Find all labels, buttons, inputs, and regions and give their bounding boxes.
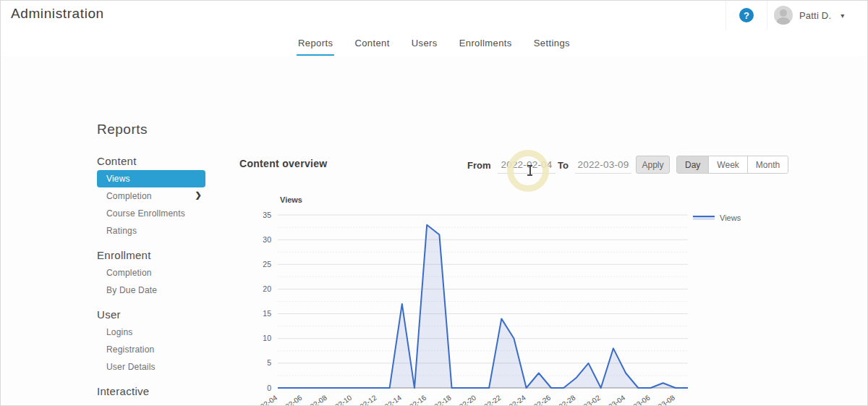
svg-text:02-28: 02-28: [557, 393, 577, 406]
top-bar: Administration ? Patti D. ▾: [1, 1, 867, 30]
administration-page: Administration ? Patti D. ▾ ReportsConte…: [0, 0, 868, 406]
svg-text:25: 25: [263, 260, 271, 268]
apply-button[interactable]: Apply: [636, 156, 670, 174]
page-title: Administration: [11, 6, 104, 22]
sidebar-item-label: Views: [106, 174, 130, 184]
sidebar-item-label: Completion: [106, 268, 152, 278]
legend-label: Views: [720, 213, 741, 222]
main-area: Reports ContentViewsCompletion❯Course En…: [1, 56, 867, 405]
main-nav-tabs: ReportsContentUsersEnrollmentsSettings: [1, 30, 867, 57]
sidebar-section-heading: Content: [97, 155, 205, 167]
sidebar-title: Reports: [97, 122, 205, 138]
sidebar-item-label: User Details: [106, 362, 156, 372]
sidebar-item-label: Course Enrollments: [106, 208, 185, 219]
sidebar-item-label: Logins: [106, 327, 133, 337]
svg-text:02-20: 02-20: [458, 393, 478, 406]
sidebar-section-heading: Enrollment: [97, 249, 205, 261]
content-overview-title: Content overview: [239, 158, 328, 169]
tab-users[interactable]: Users: [410, 30, 439, 56]
svg-text:03-02: 03-02: [582, 393, 603, 406]
svg-text:02-24: 02-24: [508, 393, 528, 406]
avatar-head: [780, 9, 787, 17]
chart-legend: Views: [693, 213, 741, 222]
svg-text:02-16: 02-16: [408, 393, 428, 406]
svg-text:02-08: 02-08: [309, 393, 329, 406]
svg-text:02-18: 02-18: [433, 393, 453, 406]
chevron-right-icon: ❯: [195, 190, 202, 200]
tab-content[interactable]: Content: [353, 30, 391, 56]
sidebar-item-ratings[interactable]: Ratings: [97, 222, 205, 240]
sidebar-section-enrollment: EnrollmentCompletionBy Due Date: [97, 249, 205, 299]
svg-text:03-06: 03-06: [631, 393, 652, 406]
svg-text:20: 20: [263, 284, 271, 293]
svg-text:02-26: 02-26: [532, 393, 553, 406]
user-name: Patti D.: [799, 10, 831, 21]
svg-text:02-06: 02-06: [284, 393, 304, 406]
sidebar-item-completion[interactable]: Completion❯: [97, 187, 205, 205]
sidebar-section-heading: Interactive: [97, 385, 205, 397]
granularity-day[interactable]: Day: [677, 156, 708, 173]
from-label: From: [467, 160, 491, 171]
granularity-week[interactable]: Week: [708, 156, 746, 173]
svg-text:0: 0: [267, 384, 271, 392]
granularity-month[interactable]: Month: [747, 156, 788, 173]
sidebar-item-label: Registration: [106, 344, 154, 355]
to-label: To: [558, 160, 569, 171]
sidebar-item-logins[interactable]: Logins: [97, 323, 205, 341]
avatar: [774, 6, 793, 25]
svg-text:02-22: 02-22: [482, 393, 503, 406]
from-date-input[interactable]: [498, 156, 556, 174]
sidebar-section-interactive: InteractiveModuleUser: [97, 385, 205, 406]
sidebar-section-user: UserLoginsRegistrationUser Details: [97, 308, 205, 376]
svg-text:Views: Views: [280, 195, 302, 204]
granularity-toggle: DayWeekMonth: [676, 156, 788, 174]
tab-reports[interactable]: Reports: [297, 30, 334, 56]
user-menu[interactable]: Patti D. ▾: [766, 1, 868, 30]
svg-text:03-04: 03-04: [607, 393, 627, 406]
svg-text:02-14: 02-14: [383, 393, 404, 406]
sidebar-item-label: Completion: [106, 191, 152, 201]
sidebar-item-module[interactable]: Module: [97, 400, 205, 406]
sidebar-section-content: ContentViewsCompletion❯Course Enrollment…: [97, 155, 205, 240]
help-button[interactable]: ?: [726, 1, 767, 30]
sidebar-item-user-details[interactable]: User Details: [97, 358, 205, 376]
sidebar-item-views[interactable]: Views: [97, 170, 205, 187]
sidebar-item-completion[interactable]: Completion: [97, 264, 205, 282]
svg-text:10: 10: [263, 334, 271, 342]
sidebar-item-by-due-date[interactable]: By Due Date: [97, 282, 205, 299]
sidebar-item-course-enrollments[interactable]: Course Enrollments: [97, 205, 205, 222]
tab-settings[interactable]: Settings: [532, 30, 571, 56]
avatar-shoulders: [777, 17, 790, 25]
chevron-down-icon: ▾: [841, 12, 844, 20]
svg-text:15: 15: [263, 309, 271, 318]
svg-text:30: 30: [263, 235, 271, 244]
svg-text:5: 5: [267, 358, 271, 367]
views-area-chart: 051015202530352022-02-0402-0602-0802-100…: [232, 193, 746, 406]
svg-text:03-08: 03-08: [657, 393, 677, 406]
sidebar-item-label: By Due Date: [106, 285, 157, 295]
svg-text:02-10: 02-10: [333, 393, 354, 406]
sidebar-item-label: Ratings: [106, 226, 137, 236]
svg-text:35: 35: [263, 211, 271, 219]
reports-sidebar: Reports ContentViewsCompletion❯Course En…: [97, 122, 205, 406]
to-date-input[interactable]: [575, 156, 631, 174]
svg-text:02-12: 02-12: [358, 393, 378, 406]
sidebar-section-heading: User: [97, 308, 205, 321]
help-icon[interactable]: ?: [739, 8, 754, 22]
sidebar-item-registration[interactable]: Registration: [97, 341, 205, 358]
tab-enrollments[interactable]: Enrollments: [458, 30, 514, 56]
svg-text:2022-02-04: 2022-02-04: [244, 393, 279, 406]
legend-line-swatch: [693, 216, 715, 220]
